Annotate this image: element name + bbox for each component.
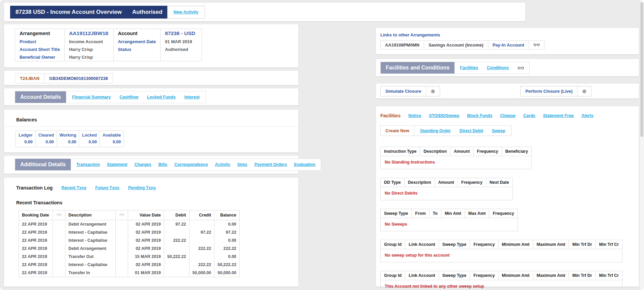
account-details-band: Account Details <box>15 91 66 103</box>
ledger-header: Ledger <box>16 131 36 139</box>
activity-link[interactable]: Activity <box>215 162 230 167</box>
pay-in-account-link[interactable]: Pay-In Account <box>488 41 529 50</box>
charges-link[interactable]: Charges <box>135 162 151 167</box>
gear-icon[interactable] <box>577 86 591 96</box>
locked-funds-link[interactable]: Locked Funds <box>147 95 176 99</box>
credit-amount: 222.22 <box>189 244 214 253</box>
income-account-overview-page: 87238 USD - Income Account Overview Auth… <box>0 0 644 290</box>
arrangement-date-value: 01 MAR 2019 <box>160 38 202 46</box>
pending-txns-link[interactable]: Pending Txns <box>128 185 156 190</box>
booking-date-header: Booking Date <box>19 210 53 220</box>
status-label: Status <box>113 46 160 53</box>
cards-link[interactable]: Cards <box>523 113 535 118</box>
table-row: 0.00 0.00 0.00 0.00 0.00 <box>16 138 124 147</box>
frequency-header: Frequency <box>458 178 486 187</box>
table-header-row: Group Id Link Account Sweep Type Frequen… <box>381 240 622 249</box>
table-header-row: DD Type Description Amount Frequency Nex… <box>381 178 513 187</box>
ledger-value: 0.00 <box>16 138 36 147</box>
vertical-scrollbar[interactable] <box>639 0 644 290</box>
value-date: 02 APR 2019 <box>128 244 164 253</box>
maximum-amt-header: Maximum Amt <box>533 240 569 249</box>
table-row: No Standing Instructions <box>381 156 532 169</box>
value-date: 15 MAR 2019 <box>128 253 164 261</box>
arrangement-id[interactable]: AA19112JBW18 <box>64 29 113 38</box>
frequency-header: Frequency <box>473 147 502 156</box>
block-funds-link[interactable]: Block Funds <box>467 113 492 118</box>
table-row: AA19108PM0MN Savings Account (Income) Pa… <box>381 41 545 50</box>
debit-amount: 97.22 <box>164 220 189 229</box>
cleared-header: Cleared <box>35 131 57 139</box>
correspondence-link[interactable]: Correspondence <box>174 162 208 167</box>
standing-order-link[interactable]: Standing Order <box>420 128 451 133</box>
table-row: This Account not linked to any other swe… <box>381 280 622 290</box>
iban-value: GB34DEMO60161300087238 <box>44 74 113 83</box>
create-new-label: Create New <box>381 126 414 136</box>
sweep-type-header: Sweep Type <box>381 209 412 218</box>
arrangement-date-label: Arrangement Date <box>113 38 160 46</box>
cashflow-link[interactable]: Cashflow <box>120 95 139 99</box>
empty-message: No Sweeps <box>381 218 518 231</box>
view-details-icon[interactable] <box>518 66 524 70</box>
balance-amount: 0.00 <box>214 253 240 261</box>
debit-amount <box>164 228 189 236</box>
interest-link[interactable]: Interest <box>184 95 200 99</box>
linked-arrangement-id: AA19108PM0MN <box>381 41 424 50</box>
conditions-link[interactable]: Conditions <box>487 65 509 70</box>
value-date: 02 APR 2019 <box>128 236 164 244</box>
working-header: Working <box>57 131 79 139</box>
evaluation-link[interactable]: Evaluation <box>294 162 315 167</box>
min-trf-cr-header: Min Trf Cr <box>595 240 622 249</box>
description-header: Description <box>404 178 435 187</box>
statement-freq-link[interactable]: Statement Freq <box>543 113 574 118</box>
sto-dd-sweep-link[interactable]: STO/DD/Sweep <box>429 113 459 118</box>
arrangement-summary-panel: Arrangement AA19112JBW18 Account 87238 -… <box>4 24 298 67</box>
recent-txns-link[interactable]: Recent Txns <box>61 185 86 190</box>
transaction-log-title: Transaction Log <box>16 185 53 191</box>
statement-link[interactable]: Statement <box>107 162 127 167</box>
account-short-title-label: Account Short Title <box>15 46 65 53</box>
gear-icon[interactable] <box>426 86 440 96</box>
cheque-link[interactable]: Cheque <box>500 113 516 118</box>
sims-link[interactable]: Sims <box>237 162 247 167</box>
financial-summary-link[interactable]: Financial Summary <box>72 95 111 99</box>
scrollbar-thumb[interactable] <box>640 2 643 137</box>
booking-date: 22 APR 2019 <box>19 244 53 253</box>
simulate-closure-button[interactable]: Simulate Closure <box>380 86 440 96</box>
sweep-link[interactable]: Sweep <box>492 128 505 133</box>
balance-amount: 50,000.00 <box>214 269 240 277</box>
txn-description: Debit Arrangement <box>65 220 116 229</box>
table-header-row: Instruction Type Description Amount Freq… <box>381 147 532 156</box>
facilities-link[interactable]: Facilities <box>460 65 478 70</box>
txn-description: Interest - Capitalise <box>65 236 116 244</box>
amount-header: Amount <box>450 147 473 156</box>
table-header-row: Sweep Type From To Min Amt Max Amt Frequ… <box>381 209 518 218</box>
table-row: 22 APR 2019 Interest - Capitalise 02 APR… <box>19 261 240 269</box>
future-txns-link[interactable]: Future Txns <box>95 185 119 190</box>
view-arrangement-icon[interactable] <box>529 41 544 50</box>
next-date-header: Next Date <box>486 178 513 187</box>
new-activity-button[interactable]: New Activity <box>167 6 205 19</box>
column-resize-icon[interactable] <box>116 210 128 220</box>
account-id[interactable]: 87238 - USD <box>160 29 202 38</box>
alerts-link[interactable]: Alerts <box>582 113 593 118</box>
bills-link[interactable]: Bills <box>158 162 167 167</box>
balance-amount: 97.22 <box>214 228 240 236</box>
table-row: T24.IBAN GB34DEMO60161300087238 <box>15 74 113 83</box>
table-row: Ledger Cleared Working Locked Available <box>16 131 124 139</box>
column-resize-icon[interactable] <box>53 210 65 220</box>
perform-closure-button[interactable]: Perform Closure (Live) <box>520 86 591 96</box>
min-trf-dr-header: Min Trf Dr <box>569 271 595 280</box>
facilities-panel: Facilities Notice STO/DD/Sweep Block Fun… <box>376 106 639 287</box>
group-id-header: Group Id <box>381 271 405 280</box>
payment-orders-link[interactable]: Payment Orders <box>255 162 287 167</box>
value-date: 02 APR 2019 <box>128 261 164 269</box>
notice-link[interactable]: Notice <box>408 113 421 118</box>
table-row: Arrangement AA19112JBW18 Account 87238 -… <box>15 29 202 38</box>
new-activity-link[interactable]: New Activity <box>174 10 199 14</box>
instruction-type-header: Instruction Type <box>381 147 420 156</box>
direct-debit-link[interactable]: Direct Debit <box>460 128 483 133</box>
max-amt-header: Max Amt <box>465 209 489 218</box>
transaction-link[interactable]: Transaction <box>76 162 100 167</box>
txn-description: Interest - Capitalise <box>65 228 116 236</box>
links-arrangements-title: Links to other Arrangements <box>380 32 639 37</box>
